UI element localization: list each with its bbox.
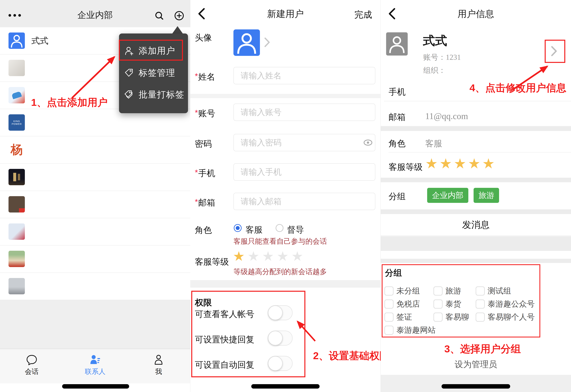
section-divider (381, 259, 571, 263)
checkbox-icon (384, 286, 394, 295)
contacts-icon (89, 354, 101, 366)
avatar-label: 头像 (195, 32, 212, 43)
group-option[interactable]: 客易聊 (434, 312, 476, 322)
permission-label: 可设置自动回复 (195, 359, 254, 371)
toggle-auto-reply[interactable] (268, 356, 293, 371)
radio-supervisor[interactable] (276, 224, 283, 232)
account-input[interactable] (234, 104, 375, 121)
radio-customer-service[interactable] (234, 224, 242, 232)
contact-row[interactable]: 杨 (0, 136, 190, 164)
divider (389, 152, 571, 153)
edit-chevron-icon[interactable] (551, 46, 557, 56)
checkbox-icon (476, 313, 485, 322)
star-rating[interactable]: ★★★★★ (425, 156, 497, 170)
bottom-area (381, 375, 571, 392)
contact-avatar (9, 196, 25, 212)
menu-item-add-user[interactable]: 添加用户 (119, 40, 188, 62)
contact-avatar (9, 224, 25, 240)
menu-item-batch-tag[interactable]: 批量打标签 (119, 84, 188, 105)
section-divider (381, 178, 571, 182)
role-note: 客服只能查看自己参与的会话 (234, 237, 327, 246)
group-option[interactable]: 泰货 (434, 299, 476, 309)
group-option[interactable]: 旅游 (434, 286, 476, 296)
star-rating[interactable]: ★★★★★ (233, 250, 306, 263)
user-account: 账号：1231 (423, 52, 461, 62)
contacts-screen: 企业内部 式式 (0, 0, 190, 392)
password-input[interactable] (234, 134, 375, 151)
group-option[interactable]: 签证 (384, 312, 434, 322)
add-icon[interactable] (174, 11, 184, 21)
permission-label: 可查看客人帐号 (195, 308, 254, 320)
contact-avatar (9, 87, 25, 103)
email-label: *邮箱 (195, 197, 215, 209)
contact-avatar (9, 169, 25, 185)
contact-row[interactable]: KING POWER (0, 109, 190, 136)
tab-contacts[interactable]: 联系人 (68, 349, 122, 383)
group-checkbox-grid: 未分组 旅游 测试组 免税店 泰货 泰游趣公众号 签证 客易聊 客易聊个人号 泰… (384, 286, 538, 335)
chat-bubble-icon (26, 354, 38, 366)
chevron-right-icon (264, 37, 270, 47)
toggle-view-guest-account[interactable] (268, 305, 293, 320)
group-option[interactable]: 泰游趣网站 (384, 325, 434, 335)
annotation-text-step2: 2、设置基础权限 (313, 349, 390, 363)
send-message-button[interactable]: 发消息 (381, 214, 571, 236)
checkbox-icon (384, 300, 394, 308)
contact-avatar (9, 251, 25, 267)
group-option[interactable]: 泰游趣公众号 (476, 299, 538, 309)
user-org: 组织： (423, 65, 446, 75)
checkbox-icon (434, 300, 442, 308)
tab-me[interactable]: 我 (132, 349, 186, 383)
role-row-value: 客服 (425, 138, 442, 149)
dropdown-menu: 添加用户 标签管理 批量打标签 (119, 33, 188, 113)
permission-label: 可设置快捷回复 (195, 334, 254, 345)
section-divider (190, 280, 381, 288)
person-icon (234, 29, 260, 56)
radio-label: 客服 (246, 224, 263, 236)
home-indicator[interactable] (251, 384, 320, 389)
contact-avatar: 杨 (9, 142, 25, 158)
home-indicator[interactable] (441, 384, 510, 389)
group-card-title: 分组 (385, 267, 402, 279)
group-option[interactable]: 测试组 (476, 286, 538, 296)
name-input[interactable] (234, 67, 375, 84)
password-label: 密码 (195, 138, 212, 150)
contact-row[interactable] (0, 164, 190, 191)
contact-row[interactable] (0, 245, 190, 273)
done-button[interactable]: 完成 (354, 9, 372, 21)
group-tag: 企业内部 (427, 188, 468, 203)
group-option[interactable]: 免税店 (384, 299, 434, 309)
tab-conversations[interactable]: 会话 (5, 349, 59, 383)
toggle-quick-reply[interactable] (268, 331, 293, 346)
email-row-value: 11@qq.com (425, 111, 468, 121)
annotation-text-step3: 3、选择用户分组 (444, 342, 521, 356)
person-add-icon (124, 46, 134, 56)
menu-item-tag-management[interactable]: 标签管理 (119, 62, 188, 84)
section-divider (381, 210, 571, 214)
name-label: *姓名 (195, 71, 215, 83)
contact-avatar (9, 278, 25, 294)
account-label: *账号 (195, 108, 215, 119)
group-option[interactable]: 未分组 (384, 286, 434, 296)
eye-icon[interactable] (363, 139, 373, 147)
contact-row[interactable] (0, 191, 190, 218)
contact-row[interactable] (0, 218, 190, 245)
contact-row[interactable] (0, 273, 190, 300)
bottom-tab-bar: 会话 联系人 我 (0, 349, 190, 383)
user-avatar-person-icon (386, 32, 408, 56)
checkbox-icon (384, 326, 394, 335)
email-input[interactable] (234, 193, 375, 210)
section-divider (190, 94, 381, 98)
phone-input[interactable] (234, 163, 375, 181)
group-option[interactable]: 客易聊个人号 (476, 312, 538, 322)
page-title: 新建用户 (190, 8, 381, 20)
role-row-label: 角色 (389, 138, 406, 149)
contacts-header: 企业内部 (0, 0, 190, 27)
phone-row-label: 手机 (389, 86, 406, 98)
home-indicator[interactable] (62, 384, 129, 389)
menu-arrow-notch (172, 26, 183, 34)
search-icon[interactable] (155, 11, 164, 21)
set-admin-button[interactable]: 设为管理员 (381, 359, 571, 370)
section-divider (381, 126, 571, 131)
list-empty-area (0, 300, 190, 349)
avatar-picker[interactable] (234, 29, 260, 56)
